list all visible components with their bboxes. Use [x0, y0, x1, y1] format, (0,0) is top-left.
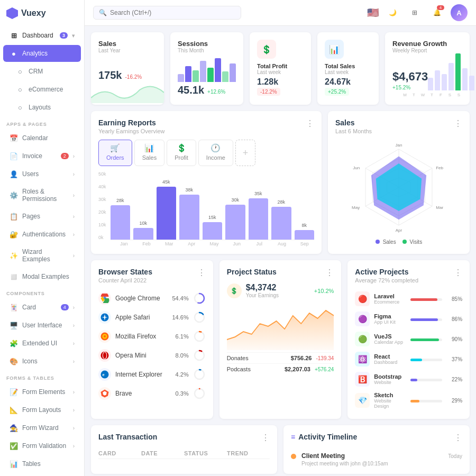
sidebar-item-formlayouts[interactable]: 📐 Form Layouts ›	[3, 401, 81, 418]
vuejs-info: VueJS Calendar App	[374, 333, 406, 345]
figma-icon: 🟣	[355, 312, 370, 326]
sidebar-item-wizard[interactable]: ✨ Wizard Examples ›	[3, 244, 81, 267]
chrome-icon	[98, 292, 111, 305]
project-status-menu[interactable]: ⋮	[325, 268, 334, 278]
sidebar-item-analytics[interactable]: ● Analytics	[3, 45, 81, 62]
sales-radar-menu[interactable]: ⋮	[454, 118, 462, 129]
vuejs-icon: 🟢	[355, 332, 370, 346]
tab-sales[interactable]: 📊 Sales	[134, 140, 165, 166]
earning-reports-title: Earning Reports	[98, 118, 165, 127]
crm-icon: ○	[16, 67, 24, 76]
sidebar-item-ui[interactable]: 🖥️ User Interface ›	[3, 317, 81, 334]
sidebar-item-dashboard[interactable]: ⊞ Dashboard 3 ▾	[3, 27, 81, 44]
active-projects-card: Active Projects Average 72% completed ⋮ …	[347, 260, 470, 419]
sidebar-item-crm[interactable]: ○ CRM	[3, 63, 81, 80]
topbar-right: 🇺🇸 🌙 ⊞ 🔔 4 A	[367, 4, 468, 21]
active-projects-title: Active Projects	[355, 268, 418, 276]
sidebar: Vuexy ⊞ Dashboard 3 ▾ ● Analytics ○ CRM …	[0, 0, 85, 476]
last-transaction-title: Last Transaction	[98, 433, 157, 441]
sales-label: Sales	[98, 40, 157, 48]
formelements-icon: 📝	[10, 388, 18, 396]
figma-name: Figma	[374, 313, 406, 319]
sidebar-item-auth[interactable]: 🔐 Authentications ›	[3, 226, 81, 243]
tab-income[interactable]: 🕐 Income	[198, 140, 233, 166]
grid-icon[interactable]: ⊞	[406, 4, 423, 21]
sidebar-item-formvalidation[interactable]: ✅ Form Validation ›	[3, 437, 81, 454]
sidebar-item-invoice[interactable]: 📄 Invoice 2 ›	[3, 148, 81, 164]
browser-chrome: Google Chrome 54.4%	[98, 289, 206, 308]
activity-menu[interactable]: ⋮	[454, 433, 462, 443]
sidebar-item-extended[interactable]: 🧩 Extended UI ›	[3, 335, 81, 352]
modal-icon: ◻️	[10, 272, 18, 281]
col-card: CARD	[98, 450, 141, 456]
search-input[interactable]	[110, 9, 235, 16]
sales-change: -16.2%	[125, 74, 142, 80]
bar-mar: 45k	[157, 179, 177, 240]
sidebar-item-ecommerce[interactable]: ○ eCommerce	[3, 81, 81, 98]
bar-jun: 30k	[225, 197, 245, 240]
last-transaction-menu[interactable]: ⋮	[261, 433, 270, 443]
project-status-header: Project Status ⋮	[227, 268, 334, 278]
sales-radar-header: Sales Last 6 Months ⋮	[335, 118, 462, 134]
active-projects-menu[interactable]: ⋮	[454, 268, 462, 278]
firefox-ring	[193, 330, 206, 343]
ie-name: Internet Explorer	[115, 371, 166, 378]
income-tab-label: Income	[206, 154, 225, 161]
sidebar-item-modal[interactable]: ◻️ Modal Examples	[3, 268, 81, 285]
sidebar-item-formwizard[interactable]: 🧙 Form Wizard ›	[3, 419, 81, 436]
sidebar-item-roles[interactable]: ⚙️ Roles & Permissions ›	[3, 184, 81, 207]
tab-orders[interactable]: 🛒 Orders	[98, 140, 132, 166]
sales-tab-label: Sales	[142, 154, 157, 161]
sidebar-item-pages[interactable]: 📋 Pages ›	[3, 208, 81, 225]
revenue-change: +15.2%	[392, 85, 428, 90]
earning-bars: 28k 10k 45k	[111, 171, 314, 240]
sidebar-item-datatables[interactable]: 🗃️ Data tables ›	[3, 473, 81, 476]
bar-feb: 10k	[133, 221, 153, 240]
section-label-components: COMPONENTS	[0, 286, 84, 298]
timeline-event-desc: Project meeting with john @10:15am	[301, 461, 462, 466]
activity-header: ≡ Activity Timeline ⋮	[291, 433, 462, 443]
y-axis: 50k 40k 30k 20k 10k 0k	[98, 171, 108, 240]
sales-legend-dot	[376, 240, 380, 244]
sidebar-item-layouts[interactable]: ○ Layouts	[3, 99, 81, 116]
sidebar-item-users[interactable]: 👤 Users ›	[3, 166, 81, 182]
chevron-right-icon-13: ›	[73, 425, 75, 431]
search-box[interactable]: 🔍	[93, 6, 241, 20]
chrome-pct: 54.4%	[170, 295, 189, 301]
notification-icon[interactable]: 🔔 4	[428, 4, 445, 21]
avatar[interactable]: A	[451, 4, 468, 21]
notification-badge: 4	[437, 5, 444, 10]
firefox-icon	[98, 330, 111, 343]
bar-jan: 28k	[111, 198, 131, 240]
bottom-row: Last Transaction ⋮ CARD DATE STATUS TREN…	[91, 425, 470, 474]
podcasts-label: Podcasts	[227, 366, 285, 372]
add-tab-button[interactable]: +	[235, 140, 255, 166]
sidebar-item-formelements[interactable]: 📝 Form Elements ›	[3, 383, 81, 400]
flag-icon[interactable]: 🇺🇸	[367, 7, 379, 19]
bar-jul: 35k	[249, 191, 269, 240]
moon-icon[interactable]: 🌙	[384, 4, 401, 21]
wizard-icon: ✨	[10, 251, 18, 260]
earning-reports-menu[interactable]: ⋮	[306, 118, 314, 129]
svg-text:Jan: Jan	[395, 143, 402, 148]
browser-menu[interactable]: ⋮	[197, 268, 206, 278]
calendar-icon: 📅	[10, 134, 18, 142]
activity-title: Activity Timeline	[298, 433, 357, 441]
chevron-right-icon-12: ›	[73, 407, 75, 413]
donates-row: Donates $756.26 -139.34	[227, 352, 334, 363]
sidebar-item-icons[interactable]: 🎨 Icons ›	[3, 353, 81, 370]
vuejs-pct: 90%	[446, 336, 462, 342]
roles-icon: ⚙️	[10, 191, 18, 199]
laravel-type: Ecommerce	[374, 299, 406, 305]
sidebar-item-calendar[interactable]: 📅 Calendar	[3, 130, 81, 147]
tab-profit[interactable]: 💲 Profit	[167, 140, 196, 166]
sidebar-item-tables[interactable]: 📊 Tables	[3, 455, 81, 472]
figma-progress	[410, 317, 442, 321]
topbar: 🔍 🇺🇸 🌙 ⊞ 🔔 4 A	[85, 0, 476, 26]
browser-firefox: Mozilla Firefox 6.1%	[98, 327, 206, 346]
sessions-label: Sessions	[178, 40, 236, 48]
sidebar-item-card[interactable]: 🃏 Card 4 ›	[3, 299, 81, 316]
browser-title: Browser States	[98, 268, 152, 276]
earning-reports-subtitle: Yearly Earnings Overview	[98, 128, 165, 134]
figma-pct: 86%	[446, 316, 462, 322]
